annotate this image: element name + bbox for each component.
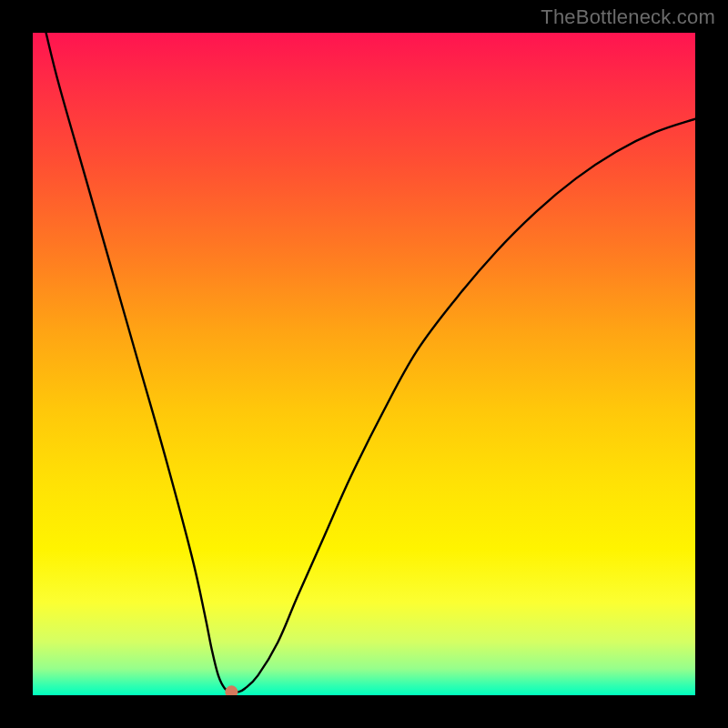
watermark-text: TheBottleneck.com xyxy=(541,5,715,29)
bottleneck-curve xyxy=(46,33,695,693)
minimum-marker xyxy=(225,685,238,695)
curve-svg xyxy=(33,33,695,695)
chart-frame: TheBottleneck.com xyxy=(0,0,728,728)
plot-area xyxy=(33,33,695,695)
